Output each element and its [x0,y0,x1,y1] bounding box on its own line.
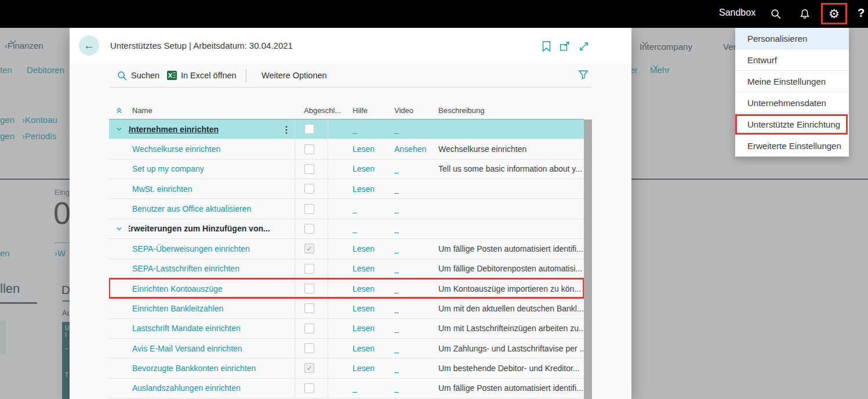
table-row[interactable]: MwSt. einrichtenLesen_ [109,179,584,199]
notifications-bell-icon[interactable] [799,8,811,20]
gear-icon[interactable]: ⚙ [829,8,840,20]
table-row[interactable]: Set up my companyLesen_Tell us some basi… [109,159,584,179]
row-name-link[interactable]: Bevorzugte Bankkonten einrichten [129,364,256,373]
row-name-link[interactable]: Einrichten Bankleitzahlen [129,304,223,313]
help-link[interactable]: Lesen [353,144,375,154]
settings-menu: PersonalisierenEntwurfMeine Einstellunge… [735,28,849,157]
row-name-link[interactable]: SEPA-Überweisungen einrichten [129,244,250,253]
help-link[interactable]: Lesen [353,164,375,173]
row-name-link[interactable]: Erweiterungen zum Hinzufügen von... [129,224,270,233]
completed-checkbox[interactable] [304,284,314,293]
open-in-window-icon[interactable] [559,41,571,52]
table-row[interactable]: Erweiterungen zum Hinzufügen von...__ [109,219,584,239]
video-link[interactable]: _ [394,264,399,273]
row-name-link[interactable]: SEPA-Lastschriften einrichten [129,264,239,273]
bookmark-icon[interactable] [540,41,552,52]
table-row[interactable]: Auslandszahlungen einrichten__Um fällige… [109,379,584,398]
help-link[interactable]: Lesen [353,264,375,273]
expander-chevron-icon[interactable] [109,219,129,238]
row-name-link[interactable]: Set up my company [129,164,204,173]
video-link[interactable]: _ [394,184,399,194]
completed-checkbox[interactable]: ✓ [304,244,314,253]
settings-menu-item[interactable]: Entwurf [735,49,849,71]
completed-checkbox[interactable] [304,144,314,154]
settings-menu-item[interactable]: Erweiterte Einstellungen [735,135,849,157]
table-row[interactable]: SEPA-Lastschriften einrichtenLesen_Um fä… [109,259,584,279]
video-link[interactable]: _ [394,304,399,313]
vertical-scrollbar[interactable] [584,119,592,399]
row-name-link[interactable]: Wechselkurse einrichten [129,144,220,154]
video-link[interactable]: _ [394,284,399,293]
table-row[interactable]: Lastschrift Mandate einrichtenLesen_Um m… [109,319,584,339]
search-button[interactable]: Suchen [117,64,159,87]
help-link[interactable]: Lesen [353,244,375,253]
video-link[interactable]: _ [394,383,399,393]
table-row[interactable]: Unternehmen einrichten⋮__ [109,119,584,139]
help-link[interactable]: Lesen [353,304,375,313]
video-link[interactable]: _ [394,364,399,373]
expander-chevron-icon[interactable] [109,119,129,139]
more-options-button[interactable]: Weitere Optionen [262,64,327,87]
column-header-video[interactable]: Video [376,106,425,115]
video-link[interactable]: _ [394,204,399,213]
video-link[interactable]: _ [394,244,399,253]
table-row[interactable]: Benutzer aus Office aktualisieren__ [109,199,584,219]
row-name-link[interactable]: Benutzer aus Office aktualisieren [129,204,251,213]
table-row[interactable]: Einrichten KontoauszügeLesen_Um Kontoaus… [109,279,584,299]
completed-checkbox[interactable] [304,124,314,134]
completed-checkbox[interactable] [304,303,314,313]
completed-checkbox[interactable] [304,204,314,214]
search-icon[interactable] [770,8,782,20]
column-header-help[interactable]: Hilfe [328,106,376,115]
table-row[interactable]: Bevorzugte Bankkonten einrichten✓Lesen_U… [109,358,584,378]
help-link[interactable]: Lesen [353,284,375,293]
column-header-name[interactable]: Name [129,106,295,115]
video-link[interactable]: _ [394,324,399,333]
excel-icon: X [167,71,177,80]
completed-checkbox[interactable] [304,324,314,333]
settings-menu-item[interactable]: Unternehmensdaten [735,92,849,114]
row-name-link[interactable]: Lastschrift Mandate einrichten [129,324,241,333]
column-header-completed[interactable]: Abgeschl... [295,106,328,115]
settings-menu-item[interactable]: Personalisieren [735,28,849,49]
column-header-description[interactable]: Beschreibung [425,106,584,115]
collapse-all-icon[interactable] [109,107,129,114]
video-link[interactable]: _ [394,344,399,353]
video-link[interactable]: _ [394,125,399,134]
help-link[interactable]: _ [353,383,357,393]
completed-checkbox[interactable] [304,184,314,194]
row-name-link[interactable]: Avis E-Mail Versand einrichten [129,344,242,353]
completed-checkbox[interactable] [304,224,314,234]
completed-checkbox[interactable]: ✓ [304,363,314,373]
expand-icon[interactable] [578,41,590,52]
row-menu-icon[interactable]: ⋮ [282,124,291,135]
help-link[interactable]: Lesen [353,184,375,194]
help-link[interactable]: _ [353,204,357,213]
back-button[interactable]: ← [79,35,99,56]
help-link[interactable]: Lesen [353,324,375,333]
video-link[interactable]: Ansehen [394,144,426,154]
help-link[interactable]: Lesen [353,364,375,373]
completed-checkbox[interactable] [304,343,314,353]
table-row[interactable]: Avis E-Mail Versand einrichtenLesen_Um Z… [109,339,584,358]
filter-icon[interactable] [578,70,590,81]
help-icon[interactable]: ? [858,6,865,20]
row-name-link[interactable]: Einrichten Kontoauszüge [129,284,223,293]
settings-menu-item[interactable]: Meine Einstellungen [735,71,849,92]
row-name-link[interactable]: MwSt. einrichten [129,184,192,194]
row-name-link[interactable]: Auslandszahlungen einrichten [129,383,241,393]
video-link[interactable]: _ [394,224,399,233]
completed-checkbox[interactable] [304,164,314,174]
settings-menu-item[interactable]: Unterstützte Einrichtung [735,114,849,135]
open-in-excel-button[interactable]: X In Excel öffnen [167,64,237,87]
help-link[interactable]: _ [353,224,357,233]
video-link[interactable]: _ [394,164,399,173]
help-link[interactable]: _ [353,125,357,134]
help-link[interactable]: Lesen [353,344,375,353]
table-row[interactable]: Einrichten BankleitzahlenLesen_Um mit de… [109,299,584,318]
table-row[interactable]: SEPA-Überweisungen einrichten✓Lesen_Um f… [109,239,584,259]
table-row[interactable]: Wechselkurse einrichtenLesenAnsehenWechs… [109,139,584,159]
row-name-link[interactable]: Unternehmen einrichten [129,125,219,134]
completed-checkbox[interactable] [304,264,314,274]
completed-checkbox[interactable] [304,383,314,393]
